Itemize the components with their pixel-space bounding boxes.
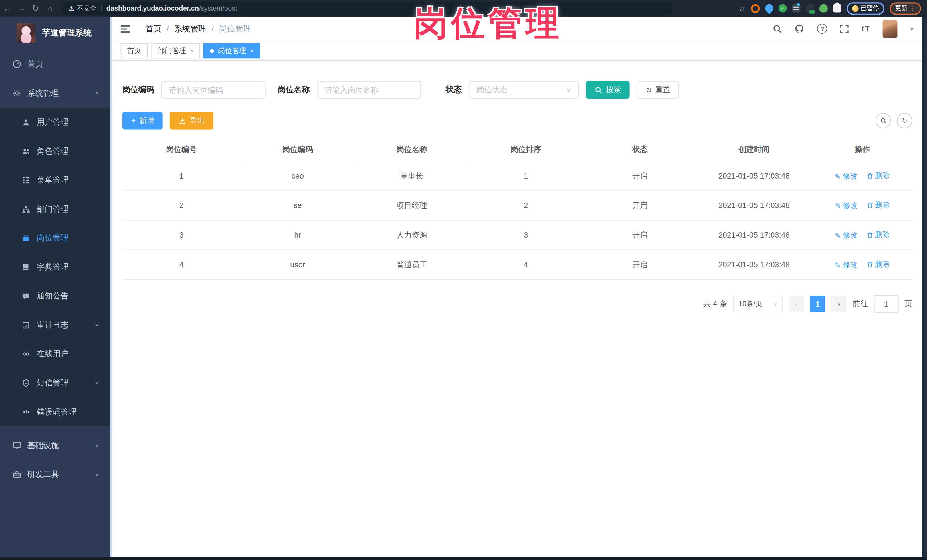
sidebar-item-user-mgmt[interactable]: 用户管理 <box>0 108 112 137</box>
sidebar-item-sms-mgmt[interactable]: 短信管理 ∨ <box>0 368 112 398</box>
trash-icon <box>867 202 873 208</box>
page-size-select[interactable]: 10条/页 ∨ <box>733 296 783 312</box>
sidebar-item-infrastructure[interactable]: 基础设施 ∨ <box>0 431 112 460</box>
sidebar-item-role-mgmt[interactable]: 角色管理 <box>0 137 112 166</box>
post-code-input[interactable] <box>161 81 266 99</box>
breadcrumb-home[interactable]: 首页 <box>146 23 161 34</box>
extension-sprout-icon[interactable] <box>819 4 827 12</box>
sidebar-item-label: 研发工具 <box>27 469 59 480</box>
delete-link[interactable]: 删除 <box>867 260 890 269</box>
tab-dept-mgmt[interactable]: 部门管理 × <box>151 43 200 58</box>
sidebar-item-home[interactable]: 首页 <box>0 50 112 79</box>
sidebar-submenu-system: 用户管理 角色管理 菜单管理 部门管理 <box>0 108 112 426</box>
update-button[interactable]: 更新 ⋮ <box>890 2 921 15</box>
col-post-sort: 岗位排序 <box>469 138 583 161</box>
next-page-button[interactable]: › <box>831 296 846 312</box>
status-select[interactable]: 岗位状态 ∨ <box>469 81 579 99</box>
edit-link[interactable]: ✎修改 <box>835 260 858 270</box>
font-size-icon[interactable]: tT <box>862 24 870 33</box>
search-icon[interactable] <box>773 24 782 33</box>
edit-link[interactable]: ✎修改 <box>835 171 858 181</box>
delete-link[interactable]: 删除 <box>867 200 890 210</box>
toggle-search-button[interactable] <box>875 113 891 128</box>
extension-blue-drop-icon[interactable] <box>763 2 775 14</box>
col-post-name: 岗位名称 <box>355 138 469 161</box>
main-area: 首页 / 系统管理 / 岗位管理 ? tT ∨ <box>112 17 922 557</box>
breadcrumb: 首页 / 系统管理 / 岗位管理 <box>146 23 251 34</box>
help-icon[interactable]: ? <box>817 24 827 34</box>
extensions-puzzle-icon[interactable] <box>833 4 841 12</box>
post-name-input[interactable] <box>317 81 421 99</box>
edit-link[interactable]: ✎修改 <box>835 200 858 211</box>
sidebar-item-dept-mgmt[interactable]: 部门管理 <box>0 194 112 224</box>
refresh-table-button[interactable]: ↻ <box>897 113 912 128</box>
avatar[interactable] <box>883 20 897 37</box>
github-icon[interactable] <box>795 24 805 34</box>
edit-icon: ✎ <box>835 231 841 240</box>
window-bottom-edge <box>0 557 927 560</box>
tab-home[interactable]: 首页 <box>121 43 148 58</box>
sidebar-item-dict-mgmt[interactable]: 字典管理 <box>0 252 112 282</box>
sidebar-item-dev-tools[interactable]: 研发工具 ∨ <box>0 460 112 489</box>
page-number-button[interactable]: 1 <box>810 296 825 312</box>
export-button[interactable]: 导出 <box>170 112 213 129</box>
edit-icon: ✎ <box>835 172 841 181</box>
user-icon <box>21 118 31 126</box>
sidebar-item-label: 在线用户 <box>36 349 68 359</box>
trash-icon <box>867 261 873 268</box>
sidebar-item-errorcode-mgmt[interactable]: </> 错误码管理 <box>0 397 112 426</box>
sidebar-item-online-users[interactable]: 在线用户 <box>0 339 112 368</box>
pagination: 共 4 条 10条/页 ∨ ‹ 1 › 前往 页 <box>122 295 912 313</box>
sidebar-item-post-mgmt[interactable]: 岗位管理 <box>0 223 112 252</box>
close-icon[interactable]: × <box>250 47 253 55</box>
active-tab-dot <box>210 49 214 53</box>
edit-link[interactable]: ✎修改 <box>835 230 858 240</box>
col-actions: 操作 <box>811 138 913 161</box>
breadcrumb-system[interactable]: 系统管理 <box>174 23 206 34</box>
tab-post-mgmt[interactable]: 岗位管理 × <box>204 43 260 58</box>
address-bar[interactable]: ⚠ 不安全 dashboard.yudao.iocoder.cn /system… <box>61 2 673 15</box>
security-label[interactable]: 不安全 <box>77 4 96 12</box>
table-toolbar: + 新增 导出 ↻ <box>122 112 912 129</box>
posts-table: 岗位编号 岗位编码 岗位名称 岗位排序 状态 创建时间 操作 1 ceo 董事长 <box>122 138 913 279</box>
bookmark-star-icon[interactable]: ☆ <box>739 4 745 12</box>
page-content: 岗位编码 岗位名称 状态 岗位状态 ∨ 搜索 ↻ <box>112 81 922 313</box>
goto-page-input[interactable] <box>874 295 899 313</box>
sidebar-item-notice[interactable]: 通知公告 <box>0 281 112 310</box>
sidebar-item-audit-log[interactable]: 审计日志 ∨ <box>0 310 112 340</box>
sidebar-item-system[interactable]: 系统管理 ∧ <box>0 79 112 108</box>
reset-button[interactable]: ↻ 重置 <box>637 81 679 99</box>
hamburger-icon[interactable] <box>121 25 130 32</box>
dashboard-icon <box>12 60 21 68</box>
extension-green-check-icon[interactable]: ✓ <box>778 4 787 12</box>
app-logo[interactable]: 芋道管理系统 <box>0 17 112 50</box>
chevron-down-icon: ∨ <box>94 471 99 478</box>
broadcast-icon <box>21 350 31 358</box>
browser-forward-icon[interactable]: → <box>14 3 29 13</box>
extension-orange-icon[interactable] <box>751 4 760 12</box>
sidebar-item-menu-mgmt[interactable]: 菜单管理 <box>0 165 112 194</box>
close-icon[interactable]: × <box>190 47 193 55</box>
paused-button[interactable]: 已暂停 <box>846 2 884 15</box>
search-button[interactable]: 搜索 <box>586 81 629 99</box>
add-button[interactable]: + 新增 <box>122 112 163 129</box>
table-header-row: 岗位编号 岗位编码 岗位名称 岗位排序 状态 创建时间 操作 <box>122 138 913 161</box>
extension-sliders-icon[interactable] <box>792 4 800 12</box>
extension-gif-icon[interactable] <box>805 4 814 12</box>
avatar-caret-icon[interactable]: ∨ <box>910 27 914 31</box>
browser-reload-icon[interactable]: ↻ <box>28 3 43 13</box>
trash-icon <box>867 231 873 238</box>
sidebar-item-label: 审计日志 <box>36 320 68 330</box>
browser-home-icon[interactable]: ⌂ <box>43 3 57 13</box>
code-icon: </> <box>21 409 31 415</box>
browser-back-icon[interactable]: ← <box>0 3 14 13</box>
sidebar-item-label: 短信管理 <box>36 378 68 388</box>
list-icon <box>21 176 31 184</box>
delete-link[interactable]: 删除 <box>867 171 890 181</box>
prev-page-button[interactable]: ‹ <box>789 296 804 312</box>
browser-scrollbar[interactable] <box>922 17 927 560</box>
delete-link[interactable]: 删除 <box>867 230 890 240</box>
sidebar-scrollbar[interactable] <box>110 17 112 557</box>
address-divider <box>101 5 102 12</box>
fullscreen-icon[interactable] <box>840 24 849 33</box>
